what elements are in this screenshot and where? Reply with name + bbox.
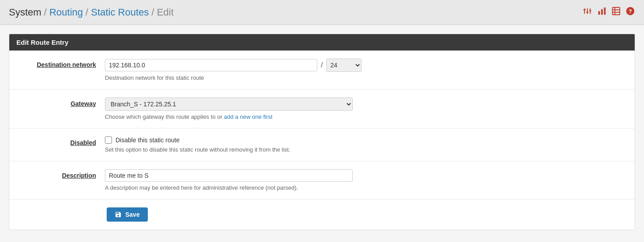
svg-text:?: ? [629,8,632,15]
svg-rect-9 [613,8,620,15]
destination-network-content: / 24 1 8 16 32 Destination network for t… [105,59,628,81]
breadcrumb-sep-3: / [151,7,154,18]
breadcrumb-system: System [9,7,41,18]
disabled-label: Disabled [70,139,96,146]
add-new-gateway-link[interactable]: add a new one first [224,113,273,120]
gateway-label: Gateway [70,100,96,107]
destination-network-row: Destination network / 24 1 8 16 32 Desti… [9,51,635,90]
breadcrumb-routing[interactable]: Routing [49,7,83,18]
svg-rect-1 [587,8,588,14]
description-content: A description may be entered here for ad… [105,169,628,191]
header: System / Routing / Static Routes / Edit … [0,0,644,25]
destination-network-input-row: / 24 1 8 16 32 [105,59,628,72]
header-icons: ? [583,6,635,18]
card-title: Edit Route Entry [16,39,69,46]
save-button[interactable]: Save [107,207,148,222]
disabled-label-col: Disabled [16,137,105,146]
sliders-icon[interactable] [583,6,593,18]
breadcrumb-static-routes[interactable]: Static Routes [91,7,149,18]
subnet-mask-select[interactable]: 24 1 8 16 32 [326,59,362,72]
svg-rect-6 [598,11,600,15]
save-button-label: Save [125,211,140,218]
disabled-checkbox-label: Disable this static route [116,137,180,144]
disabled-checkbox-row: Disable this static route [105,137,628,144]
gateway-row: Gateway Branch_S - 172.25.25.1 Choose wh… [9,90,635,129]
svg-rect-5 [589,10,592,11]
svg-rect-4 [586,12,589,13]
breadcrumb-sep-1: / [44,7,46,18]
destination-network-help: Destination network for this static rout… [105,74,628,81]
svg-rect-8 [604,8,606,15]
disabled-help: Set this option to disable this static r… [105,146,628,153]
chart-icon[interactable] [597,6,607,18]
gateway-select[interactable]: Branch_S - 172.25.25.1 [105,98,353,111]
table-icon[interactable] [611,6,621,18]
breadcrumb: System / Routing / Static Routes / Edit [9,7,174,18]
slash-separator: / [321,61,323,69]
breadcrumb-sep-2: / [85,7,88,18]
breadcrumb-edit: Edit [157,7,174,18]
description-row: Description A description may be entered… [9,161,635,199]
gateway-help-prefix: Choose which gateway this route applies … [105,113,224,120]
disabled-content: Disable this static route Set this optio… [105,137,628,153]
svg-rect-0 [584,8,585,14]
gateway-help: Choose which gateway this route applies … [105,113,628,120]
destination-network-label: Destination network [37,61,96,68]
help-icon[interactable]: ? [625,6,635,18]
destination-network-label-col: Destination network [16,59,105,68]
disabled-checkbox[interactable] [105,137,112,144]
gateway-label-col: Gateway [16,98,105,107]
description-help: A description may be entered here for ad… [105,184,628,191]
description-label: Description [62,172,96,179]
svg-rect-7 [601,9,603,15]
gateway-content: Branch_S - 172.25.25.1 Choose which gate… [105,98,628,120]
description-label-col: Description [16,169,105,179]
svg-rect-3 [583,9,586,10]
save-icon [115,211,122,218]
description-input[interactable] [105,169,353,182]
main-content: Edit Route Entry Destination network / 2… [0,25,644,239]
save-row: Save [9,199,635,230]
edit-route-card: Edit Route Entry Destination network / 2… [9,34,635,230]
card-header: Edit Route Entry [9,34,635,51]
disabled-row: Disabled Disable this static route Set t… [9,129,635,161]
destination-network-input[interactable] [105,59,317,71]
